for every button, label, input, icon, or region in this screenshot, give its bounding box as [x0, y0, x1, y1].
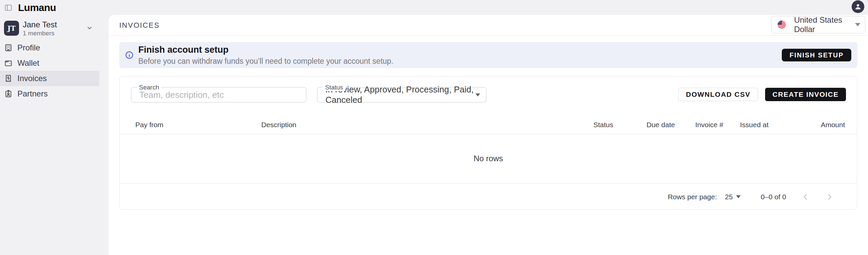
- pagination-bar: Rows per page: 25 0–0 of 0: [120, 184, 857, 210]
- sidebar-toggle-icon[interactable]: [4, 3, 13, 12]
- sidebar-item-label: Invoices: [18, 74, 47, 83]
- sidebar-item-profile[interactable]: Profile: [0, 40, 99, 56]
- rows-per-page-value: 25: [725, 193, 733, 201]
- wallet-icon: [4, 59, 13, 67]
- page-title: INVOICES: [119, 21, 160, 30]
- invoices-card: Search Status In review, Approved, Proce…: [119, 76, 857, 210]
- setup-banner: Finish account setup Before you can with…: [119, 42, 857, 68]
- info-icon: [125, 51, 133, 59]
- sidebar-item-label: Wallet: [18, 59, 39, 68]
- column-header-description: Description: [261, 121, 296, 129]
- sidebar-item-label: Profile: [18, 43, 40, 52]
- column-header-invoice-number: Invoice #: [695, 121, 723, 129]
- banner-text: Finish account setup Before you can with…: [138, 45, 393, 66]
- column-header-issued-at: Issued at: [740, 121, 769, 129]
- banner-title: Finish account setup: [138, 45, 393, 55]
- person-icon: [854, 3, 862, 11]
- caret-down-icon: [855, 23, 860, 26]
- currency-selector[interactable]: United States Dollar: [771, 16, 865, 33]
- workspace-switcher[interactable]: JT Jane Test 1 members: [0, 19, 108, 37]
- finish-setup-button[interactable]: FINISH SETUP: [782, 49, 851, 62]
- previous-page-button[interactable]: [801, 192, 810, 202]
- rows-per-page-select[interactable]: 25: [725, 193, 741, 201]
- table-header-row: Pay from Description Status Due date Inv…: [120, 76, 857, 134]
- content-area: Finish account setup Before you can with…: [108, 42, 868, 210]
- workspace-members-count: 1 members: [23, 30, 55, 37]
- brand-row: Lumanu: [0, 0, 108, 15]
- sidebar: Lumanu JT Jane Test 1 members Profile: [0, 0, 108, 255]
- invoice-icon: [4, 74, 13, 83]
- sidebar-nav: Profile Wallet Invoices Partn: [0, 40, 108, 102]
- partner-badge-icon: [4, 89, 13, 98]
- banner-subtitle: Before you can withdraw funds you’ll nee…: [138, 57, 393, 66]
- main-panel: INVOICES: [108, 15, 868, 255]
- pagination-range: 0–0 of 0: [761, 193, 786, 201]
- app-logo: Lumanu: [18, 2, 56, 13]
- workspace-avatar: JT: [4, 21, 19, 36]
- column-header-amount: Amount: [821, 121, 845, 129]
- sidebar-item-label: Partners: [18, 89, 48, 99]
- chevron-down-icon: [86, 25, 93, 31]
- empty-state-text: No rows: [473, 154, 503, 163]
- caret-down-icon: [736, 195, 741, 198]
- building-icon: [4, 43, 13, 52]
- rows-per-page-label: Rows per page:: [668, 193, 717, 201]
- sidebar-item-invoices[interactable]: Invoices: [0, 71, 99, 86]
- user-avatar[interactable]: [851, 0, 864, 13]
- workspace-name: Jane Test: [23, 20, 57, 29]
- column-header-due-date: Due date: [647, 121, 675, 129]
- next-page-button[interactable]: [825, 192, 834, 202]
- sidebar-item-partners[interactable]: Partners: [0, 86, 99, 102]
- topbar: INVOICES: [108, 15, 868, 36]
- table-empty-state: No rows: [120, 134, 857, 183]
- column-header-pay-from: Pay from: [135, 121, 163, 129]
- us-flag-icon: [777, 20, 786, 30]
- sidebar-item-wallet[interactable]: Wallet: [0, 56, 99, 71]
- column-header-status: Status: [593, 121, 613, 129]
- currency-label: United States Dollar: [794, 15, 855, 34]
